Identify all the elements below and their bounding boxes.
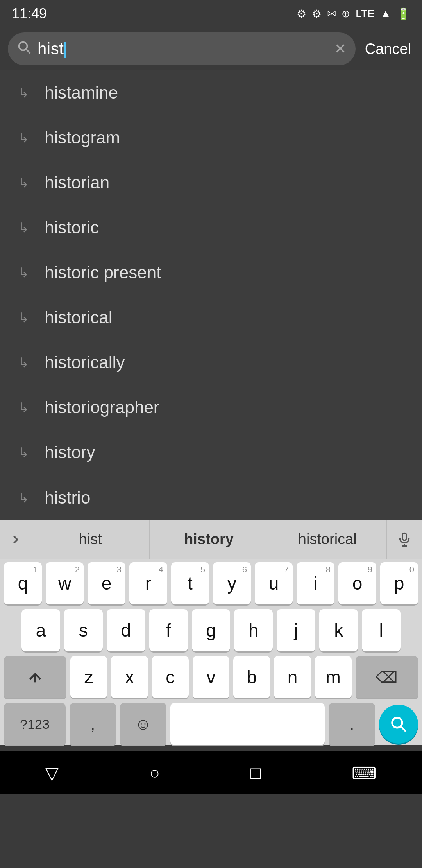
svg-point-0 xyxy=(19,42,27,50)
key-x[interactable]: x xyxy=(111,656,148,698)
suggestion-arrow-icon-8: ↳ xyxy=(12,396,35,419)
search-submit-button[interactable] xyxy=(379,705,418,744)
key-k[interactable]: k xyxy=(319,609,358,651)
keyboard-row-2: a s d f g h j k l xyxy=(0,609,422,651)
keyboard-suggestion-bar: hist history historical xyxy=(0,520,422,559)
svg-line-7 xyxy=(401,726,406,732)
key-q[interactable]: q1 xyxy=(4,562,42,604)
key-j[interactable]: j xyxy=(277,609,315,651)
key-u[interactable]: u7 xyxy=(255,562,293,604)
suggestion-item-4[interactable]: ↳ historic xyxy=(0,205,422,250)
comma-key[interactable]: , xyxy=(70,703,116,745)
key-m[interactable]: m xyxy=(315,656,352,698)
suggestion-text-2: histogram xyxy=(45,128,120,147)
key-v[interactable]: v xyxy=(193,656,229,698)
key-a[interactable]: a xyxy=(21,609,60,651)
suggestion-text-8: historiographer xyxy=(45,398,159,417)
emoji-key[interactable]: ☺ xyxy=(120,703,166,745)
key-b[interactable]: b xyxy=(233,656,270,698)
delete-key[interactable]: ⌫ xyxy=(356,656,418,698)
space-key[interactable] xyxy=(170,703,325,745)
suggestion-item-8[interactable]: ↳ historiographer xyxy=(0,385,422,430)
suggestion-text-10: histrio xyxy=(45,488,90,508)
keyboard-suggestion-hist[interactable]: hist xyxy=(31,520,150,559)
suggestion-text-3: historian xyxy=(45,173,109,192)
period-key[interactable]: . xyxy=(329,703,375,745)
key-s[interactable]: s xyxy=(64,609,103,651)
key-t[interactable]: t5 xyxy=(171,562,209,604)
suggestion-arrow-icon-5: ↳ xyxy=(12,261,35,284)
suggestion-item-1[interactable]: ↳ histamine xyxy=(0,70,422,115)
key-e[interactable]: e3 xyxy=(88,562,125,604)
suggestion-arrow-icon-6: ↳ xyxy=(12,306,35,329)
key-l[interactable]: l xyxy=(362,609,401,651)
key-f[interactable]: f xyxy=(149,609,188,651)
keyboard-row-4: ?123 , ☺ . xyxy=(0,703,422,745)
key-g[interactable]: g xyxy=(192,609,231,651)
suggestion-item-5[interactable]: ↳ historic present xyxy=(0,250,422,295)
suggestion-item-2[interactable]: ↳ histogram xyxy=(0,115,422,160)
key-y[interactable]: y6 xyxy=(213,562,251,604)
suggestion-text-1: histamine xyxy=(45,83,118,102)
suggestion-text-7: historically xyxy=(45,353,125,372)
key-w[interactable]: w2 xyxy=(46,562,84,604)
key-h[interactable]: h xyxy=(234,609,273,651)
key-d[interactable]: d xyxy=(107,609,145,651)
cancel-button[interactable]: Cancel xyxy=(362,41,414,57)
svg-rect-2 xyxy=(402,533,406,540)
search-clear-button[interactable]: ✕ xyxy=(334,41,346,57)
nav-back-button[interactable]: ▽ xyxy=(45,763,59,783)
search-icon xyxy=(17,40,31,58)
suggestion-item-3[interactable]: ↳ historian xyxy=(0,160,422,205)
key-r[interactable]: r4 xyxy=(129,562,167,604)
suggestion-item-9[interactable]: ↳ history xyxy=(0,430,422,475)
suggestion-text-4: historic xyxy=(45,218,99,237)
suggestion-text-6: historical xyxy=(45,308,113,327)
search-input-wrapper[interactable]: hist ✕ xyxy=(8,32,356,65)
keyboard: q1 w2 e3 r4 t5 y6 u7 i8 o9 p0 a s d f g … xyxy=(0,559,422,745)
suggestion-arrow-icon-4: ↳ xyxy=(12,216,35,239)
suggestion-arrow-icon-2: ↳ xyxy=(12,126,35,149)
suggestions-list: ↳ histamine ↳ histogram ↳ historian ↳ hi… xyxy=(0,70,422,520)
microphone-button[interactable] xyxy=(387,520,422,559)
tune-icon: ⚙ xyxy=(312,7,322,20)
svg-point-6 xyxy=(392,718,402,728)
bottom-nav: ▽ ○ □ ⌨ xyxy=(0,751,422,794)
settings-icon: ⚙ xyxy=(297,7,306,20)
suggestion-item-7[interactable]: ↳ historically xyxy=(0,340,422,385)
suggestion-arrow-icon-10: ↳ xyxy=(12,486,35,509)
lastpass-icon: ⊕ xyxy=(342,8,350,20)
nav-keyboard-button[interactable]: ⌨ xyxy=(352,763,377,783)
key-p[interactable]: p0 xyxy=(380,562,418,604)
suggestion-arrow-icon-9: ↳ xyxy=(12,441,35,464)
key-o[interactable]: o9 xyxy=(338,562,376,604)
svg-line-1 xyxy=(26,49,30,53)
nav-recent-button[interactable]: □ xyxy=(250,763,261,783)
key-c[interactable]: c xyxy=(152,656,189,698)
key-i[interactable]: i8 xyxy=(297,562,334,604)
battery-icon: 🔋 xyxy=(397,7,410,20)
search-query-text[interactable]: hist xyxy=(38,39,328,58)
status-time: 11:49 xyxy=(12,5,47,22)
suggestion-arrow-icon-3: ↳ xyxy=(12,171,35,194)
key-n[interactable]: n xyxy=(274,656,311,698)
suggestion-text-9: history xyxy=(45,443,95,462)
search-bar-container: hist ✕ Cancel xyxy=(0,27,422,70)
keyboard-expand-button[interactable] xyxy=(0,520,31,559)
number-key[interactable]: ?123 xyxy=(4,703,66,745)
suggestion-item-10[interactable]: ↳ histrio xyxy=(0,475,422,520)
status-bar: 11:49 ⚙ ⚙ ✉ ⊕ LTE ▲ 🔋 xyxy=(0,0,422,27)
suggestion-item-6[interactable]: ↳ historical xyxy=(0,295,422,340)
mail-icon: ✉ xyxy=(327,7,336,20)
status-icons: ⚙ ⚙ ✉ ⊕ LTE ▲ 🔋 xyxy=(297,7,410,20)
lte-icon: LTE xyxy=(356,7,375,20)
keyboard-row-1: q1 w2 e3 r4 t5 y6 u7 i8 o9 p0 xyxy=(0,562,422,604)
keyboard-suggestion-historical[interactable]: historical xyxy=(268,520,387,559)
shift-key[interactable] xyxy=(4,656,66,698)
nav-home-button[interactable]: ○ xyxy=(149,763,160,783)
suggestion-arrow-icon-7: ↳ xyxy=(12,351,35,374)
key-z[interactable]: z xyxy=(70,656,107,698)
keyboard-suggestion-history[interactable]: history xyxy=(150,520,268,559)
suggestion-arrow-icon-1: ↳ xyxy=(12,81,35,104)
suggestion-text-5: historic present xyxy=(45,263,161,282)
